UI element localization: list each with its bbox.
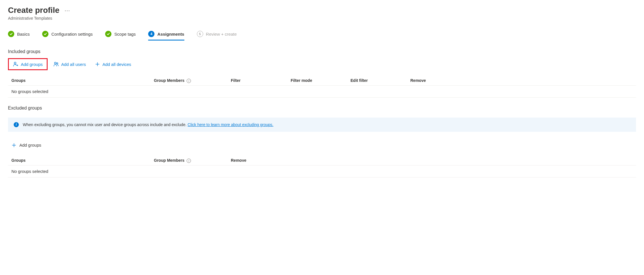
plus-icon	[95, 62, 100, 67]
svg-point-1	[54, 62, 56, 64]
table-empty-row: No groups selected	[8, 86, 636, 98]
col-filter[interactable]: Filter	[231, 78, 291, 83]
table-header: Groups Group Members i Remove	[8, 156, 636, 165]
button-label: Add groups	[21, 62, 43, 67]
page-subtitle: Administrative Templates	[8, 16, 636, 21]
step-basics[interactable]: Basics	[8, 31, 30, 41]
step-configuration-settings[interactable]: Configuration settings	[42, 31, 93, 41]
included-action-bar: Add groups Add all users Add all devices	[8, 58, 636, 70]
included-groups-table: Groups Group Members i Filter Filter mod…	[8, 76, 636, 98]
callout-link[interactable]: Click here to learn more about excluding…	[188, 122, 273, 127]
button-label: Add all users	[61, 62, 86, 67]
add-all-devices-button[interactable]: Add all devices	[91, 58, 134, 70]
callout-content: When excluding groups, you cannot mix us…	[23, 122, 273, 127]
svg-point-2	[57, 63, 58, 64]
users-icon	[53, 61, 59, 67]
step-number-badge: 4	[148, 31, 154, 37]
wizard-steps: Basics Configuration settings Scope tags…	[8, 31, 636, 41]
button-label: Add groups	[19, 143, 41, 147]
col-group-members[interactable]: Group Members i	[154, 78, 231, 83]
more-icon[interactable]: ···	[65, 7, 70, 14]
step-review-create[interactable]: 5 Review + create	[197, 31, 237, 41]
callout-text: When excluding groups, you cannot mix us…	[23, 122, 188, 127]
step-assignments[interactable]: 4 Assignments	[148, 31, 184, 41]
info-icon: i	[14, 122, 19, 127]
col-groups[interactable]: Groups	[11, 78, 154, 83]
info-icon[interactable]: i	[187, 159, 191, 163]
table-header: Groups Group Members i Filter Filter mod…	[8, 76, 636, 86]
step-label: Review + create	[206, 32, 237, 37]
check-icon	[8, 31, 14, 37]
step-number-badge: 5	[197, 31, 203, 37]
step-scope-tags[interactable]: Scope tags	[105, 31, 136, 41]
step-label: Configuration settings	[51, 32, 93, 37]
col-groups[interactable]: Groups	[11, 158, 154, 163]
highlight-box: Add groups	[8, 58, 48, 70]
step-label: Assignments	[157, 32, 184, 37]
add-groups-button[interactable]: Add groups	[9, 60, 46, 69]
svg-point-0	[14, 62, 16, 64]
col-remove[interactable]: Remove	[231, 158, 633, 163]
step-label: Basics	[17, 32, 30, 37]
step-label: Scope tags	[114, 32, 136, 37]
info-icon[interactable]: i	[187, 79, 191, 83]
page-title: Create profile	[8, 6, 60, 15]
included-groups-heading: Included groups	[8, 49, 636, 54]
table-empty-row: No groups selected	[8, 165, 636, 177]
col-edit-filter[interactable]: Edit filter	[350, 78, 410, 83]
check-icon	[42, 31, 48, 37]
person-add-icon	[13, 61, 19, 67]
add-groups-excluded-button[interactable]: Add groups	[8, 140, 45, 150]
col-group-members[interactable]: Group Members i	[154, 158, 231, 163]
col-remove[interactable]: Remove	[410, 78, 633, 83]
col-filter-mode[interactable]: Filter mode	[291, 78, 350, 83]
add-all-users-button[interactable]: Add all users	[50, 58, 89, 70]
check-icon	[105, 31, 111, 37]
excluded-groups-heading: Excluded groups	[8, 106, 636, 111]
info-callout: i When excluding groups, you cannot mix …	[8, 118, 636, 132]
excluded-groups-table: Groups Group Members i Remove No groups …	[8, 156, 636, 177]
button-label: Add all devices	[102, 62, 131, 67]
plus-icon	[11, 143, 17, 148]
